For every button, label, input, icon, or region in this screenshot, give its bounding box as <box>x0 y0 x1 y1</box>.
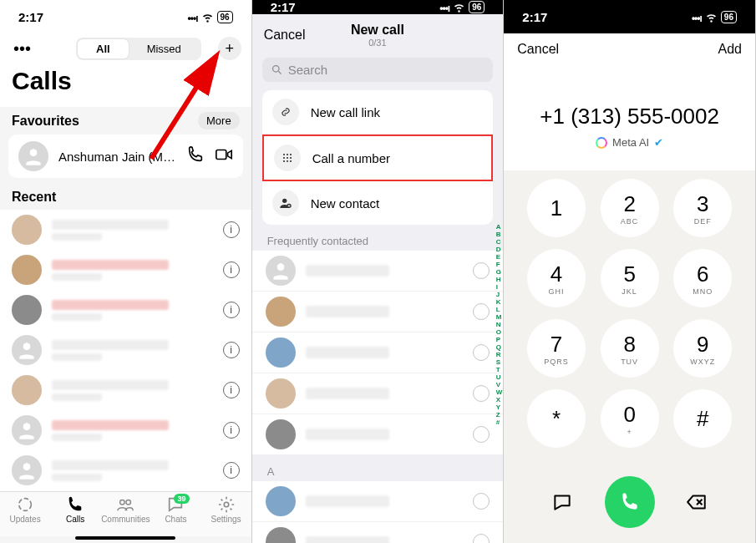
tab-chats[interactable]: 39Chats <box>150 495 200 536</box>
alpha-index-bar[interactable]: ABCDEFGHIJKLMNOPQRSTUVWXYZ# <box>496 223 503 426</box>
key-*[interactable]: * <box>520 384 592 453</box>
tab-calls[interactable]: Calls <box>50 495 100 536</box>
info-icon[interactable]: i <box>223 221 240 238</box>
index-letter[interactable]: T <box>496 366 503 373</box>
key-6[interactable]: 6MNO <box>667 244 738 312</box>
message-button[interactable] <box>537 491 587 513</box>
recent-row[interactable]: i <box>0 330 251 370</box>
contact-row[interactable] <box>252 522 504 543</box>
favourite-contact-row[interactable]: Anshuman Jain (My l… <box>8 134 243 178</box>
index-letter[interactable]: N <box>496 321 503 328</box>
new-call-button[interactable]: + <box>218 37 241 60</box>
contact-row[interactable] <box>252 251 504 292</box>
info-icon[interactable]: i <box>223 382 240 398</box>
recent-row[interactable]: i <box>0 370 251 410</box>
index-letter[interactable]: I <box>496 283 503 291</box>
index-letter[interactable]: S <box>496 358 503 366</box>
more-menu-icon[interactable]: ••• <box>10 39 34 58</box>
key-0[interactable]: 0+ <box>594 384 666 453</box>
search-input[interactable]: Search <box>262 58 494 82</box>
radio-unchecked[interactable] <box>473 303 490 320</box>
recent-calls-list[interactable]: i i i i i i i <box>0 210 251 491</box>
index-letter[interactable]: O <box>496 328 503 336</box>
index-letter[interactable]: U <box>496 373 503 381</box>
recent-row[interactable]: i <box>0 290 251 330</box>
index-letter[interactable]: C <box>496 238 503 246</box>
index-letter[interactable]: G <box>496 268 503 276</box>
info-icon[interactable]: i <box>223 422 240 439</box>
index-letter[interactable]: M <box>496 313 503 321</box>
index-letter[interactable]: W <box>496 388 503 396</box>
key-3[interactable]: 3DEF <box>667 174 738 242</box>
add-button[interactable]: Add <box>718 42 742 57</box>
video-call-icon[interactable] <box>215 145 233 167</box>
index-letter[interactable]: P <box>496 336 503 343</box>
new-call-link-row[interactable]: New call link <box>262 90 494 134</box>
meta-ai-icon <box>596 137 607 149</box>
index-letter[interactable]: J <box>496 291 503 298</box>
radio-unchecked[interactable] <box>473 344 490 361</box>
wifi-icon <box>453 1 465 13</box>
tab-communities[interactable]: Communities <box>100 495 150 536</box>
radio-unchecked[interactable] <box>473 493 490 510</box>
radio-unchecked[interactable] <box>473 262 490 279</box>
info-icon[interactable]: i <box>223 302 240 318</box>
index-letter[interactable]: V <box>496 381 503 388</box>
dial-button[interactable] <box>605 476 655 528</box>
contact-row[interactable] <box>252 373 504 414</box>
index-letter[interactable]: F <box>496 261 503 268</box>
new-contact-row[interactable]: New contact <box>262 181 494 225</box>
call-a-number-row[interactable]: Call a number <box>262 134 494 181</box>
radio-unchecked[interactable] <box>473 534 490 543</box>
svg-point-3 <box>23 423 31 430</box>
cancel-button[interactable]: Cancel <box>517 42 559 57</box>
radio-unchecked[interactable] <box>473 385 490 402</box>
key-8[interactable]: 8TUV <box>594 314 666 383</box>
tab-all[interactable]: All <box>78 39 129 58</box>
contact-row[interactable] <box>252 332 504 373</box>
index-letter[interactable]: A <box>496 223 503 231</box>
index-letter[interactable]: Q <box>496 343 503 351</box>
voice-call-icon[interactable] <box>186 145 205 167</box>
index-letter[interactable]: R <box>496 351 503 358</box>
recent-row[interactable]: i <box>0 410 251 450</box>
recent-row[interactable]: i <box>0 450 251 490</box>
key-#[interactable]: # <box>667 384 738 453</box>
favourites-more-button[interactable]: More <box>198 112 240 129</box>
tab-missed[interactable]: Missed <box>129 39 200 58</box>
info-icon[interactable]: i <box>223 342 240 358</box>
index-letter[interactable]: K <box>496 298 503 306</box>
cancel-button[interactable]: Cancel <box>264 28 306 43</box>
info-icon[interactable]: i <box>223 462 240 479</box>
status-indicators: 96 <box>188 10 233 24</box>
contact-row[interactable] <box>252 481 504 522</box>
recent-row[interactable]: i <box>0 210 251 250</box>
avatar <box>18 141 48 171</box>
key-9[interactable]: 9WXYZ <box>667 314 738 383</box>
selection-count: 0/31 <box>305 38 449 48</box>
avatar <box>12 295 42 325</box>
info-icon[interactable]: i <box>223 261 240 278</box>
contact-row[interactable] <box>252 292 504 332</box>
key-2[interactable]: 2ABC <box>594 174 666 242</box>
index-letter[interactable]: D <box>496 246 503 253</box>
radio-unchecked[interactable] <box>473 426 490 443</box>
key-4[interactable]: 4GHI <box>520 244 592 312</box>
index-letter[interactable]: Z <box>496 411 503 419</box>
key-7[interactable]: 7PQRS <box>520 314 592 383</box>
key-1[interactable]: 1 <box>520 174 592 242</box>
backspace-button[interactable] <box>672 491 722 513</box>
index-letter[interactable]: H <box>496 276 503 283</box>
index-letter[interactable]: L <box>496 306 503 313</box>
index-letter[interactable]: B <box>496 231 503 238</box>
contact-row[interactable] <box>252 414 504 455</box>
tab-updates[interactable]: Updates <box>0 495 50 536</box>
index-letter[interactable]: E <box>496 253 503 261</box>
avatar <box>266 297 296 327</box>
index-letter[interactable]: Y <box>496 403 503 411</box>
index-letter[interactable]: X <box>496 396 503 403</box>
index-letter[interactable]: # <box>496 419 503 426</box>
key-5[interactable]: 5JKL <box>594 244 666 312</box>
recent-row[interactable]: i <box>0 250 251 290</box>
tab-settings[interactable]: Settings <box>201 495 251 536</box>
